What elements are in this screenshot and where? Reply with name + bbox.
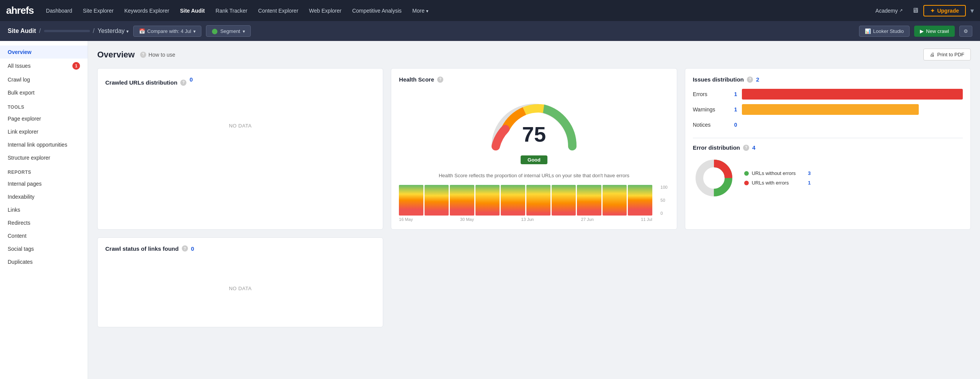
date-range-chevron-icon	[126, 28, 129, 34]
nav-dashboard[interactable]: Dashboard	[41, 5, 77, 16]
looker-studio-button[interactable]: 📊 Looker Studio	[859, 26, 910, 37]
sidebar: Overview All Issues 1 Crawl log Bulk exp…	[0, 41, 88, 379]
compare-with-button[interactable]: 📅 Compare with: 4 Jul	[133, 26, 202, 37]
breadcrumb-site-audit[interactable]: Site Audit	[8, 28, 36, 34]
sidebar-item-all-issues[interactable]: All Issues 1	[0, 59, 88, 73]
crawl-status-count[interactable]: 0	[191, 245, 194, 252]
sidebar-item-internal-link-opp[interactable]: Internal link opportunities	[0, 138, 88, 151]
health-score-description: Health Score reflects the proportion of …	[399, 172, 669, 180]
tools-section-header: Tools	[0, 99, 88, 112]
crawled-urls-card: Crawled URLs distribution ? 0 NO DATA	[97, 68, 383, 230]
sidebar-item-page-explorer[interactable]: Page explorer	[0, 112, 88, 125]
main-content: Overview ? How to use 🖨 Print to PDF Cra…	[88, 41, 980, 379]
sidebar-item-link-explorer[interactable]: Link explorer	[0, 125, 88, 138]
crawled-urls-help-icon[interactable]: ?	[180, 80, 186, 86]
with-errors-count[interactable]: 1	[799, 180, 811, 186]
no-errors-dot	[744, 171, 749, 176]
breadcrumb-project[interactable]	[44, 30, 90, 32]
page-header: Overview ? How to use 🖨 Print to PDF	[97, 49, 971, 60]
sidebar-item-social-tags[interactable]: Social tags	[0, 242, 88, 255]
date-range-selector[interactable]: Yesterday	[98, 28, 129, 34]
sidebar-item-bulk-export[interactable]: Bulk export	[0, 86, 88, 99]
donut-legend: URLs without errors 3 URLs with errors 1	[744, 170, 811, 186]
donut-chart	[693, 157, 735, 199]
health-score-card: Health Score ?	[391, 68, 677, 230]
sidebar-item-indexability[interactable]: Indexability	[0, 190, 88, 203]
sidebar-item-duplicates[interactable]: Duplicates	[0, 255, 88, 268]
sidebar-item-links[interactable]: Links	[0, 203, 88, 216]
settings-button[interactable]: ⚙	[959, 26, 972, 37]
nav-keywords-explorer[interactable]: Keywords Explorer	[120, 5, 174, 16]
account-chevron-icon[interactable]: ▾	[970, 7, 974, 15]
errors-bar	[742, 89, 963, 100]
health-score-help-icon[interactable]: ?	[437, 77, 443, 83]
crawl-status-title: Crawl status of links found ? 0	[105, 245, 375, 252]
issues-distribution-count[interactable]: 2	[756, 76, 759, 83]
page-title-area: Overview ? How to use	[97, 50, 175, 60]
notices-bar-container	[742, 119, 963, 130]
timeline-bar-6	[526, 185, 550, 216]
segment-chevron-icon	[243, 28, 245, 34]
upgrade-button[interactable]: ✦ Upgrade	[923, 5, 966, 16]
notices-count[interactable]: 0	[728, 122, 737, 128]
crawled-urls-no-data: NO DATA	[105, 95, 375, 156]
new-crawl-button[interactable]: ▶ New crawl	[914, 26, 955, 37]
how-to-use-button[interactable]: ? How to use	[140, 52, 175, 58]
top-navigation: ahrefs Dashboard Site Explorer Keywords …	[0, 0, 980, 21]
sidebar-item-content[interactable]: Content	[0, 229, 88, 242]
sidebar-item-internal-pages[interactable]: Internal pages	[0, 177, 88, 190]
errors-count[interactable]: 1	[728, 91, 737, 97]
nav-competitive-analysis[interactable]: Competitive Analysis	[348, 5, 406, 16]
print-icon: 🖨	[930, 52, 935, 57]
plus-icon: ✦	[930, 8, 935, 14]
warnings-bar	[742, 104, 919, 115]
error-distribution-count[interactable]: 4	[752, 144, 755, 151]
nav-site-explorer[interactable]: Site Explorer	[78, 5, 118, 16]
nav-right-area: Academy ↗ 🖥 ✦ Upgrade ▾	[871, 5, 974, 16]
errors-row: Errors 1	[693, 89, 963, 100]
academy-button[interactable]: Academy ↗	[871, 5, 907, 16]
notices-label: Notices	[693, 122, 724, 128]
timeline-bar-5	[501, 185, 525, 216]
nav-site-audit[interactable]: Site Audit	[175, 5, 209, 16]
issues-distribution-card: Issues distribution ? 2 Errors 1 Warning…	[685, 68, 971, 230]
sidebar-item-overview[interactable]: Overview	[0, 46, 88, 59]
error-distribution-help-icon[interactable]: ?	[743, 145, 749, 151]
settings-icon: ⚙	[964, 28, 968, 34]
ahrefs-logo[interactable]: ahrefs	[6, 5, 34, 16]
health-score-badge: Good	[521, 155, 547, 164]
more-chevron-icon	[426, 8, 428, 14]
nav-content-explorer[interactable]: Content Explorer	[253, 5, 303, 16]
sidebar-item-redirects[interactable]: Redirects	[0, 216, 88, 229]
crawl-status-help-icon[interactable]: ?	[182, 245, 188, 252]
secondary-navigation: Site Audit / / Yesterday 📅 Compare with:…	[0, 21, 980, 41]
gauge-svg: 75	[484, 93, 584, 154]
crawled-urls-count[interactable]: 0	[189, 76, 193, 83]
timeline-y-labels: 100 50 0	[660, 185, 667, 216]
print-to-pdf-button[interactable]: 🖨 Print to PDF	[923, 49, 971, 60]
warnings-count[interactable]: 1	[728, 106, 737, 113]
segment-button[interactable]: ⬤ Segment	[206, 25, 250, 37]
how-to-use-icon: ?	[140, 52, 146, 58]
crawled-urls-title: Crawled URLs distribution ? 0	[105, 76, 375, 89]
external-link-icon: ↗	[899, 8, 903, 13]
breadcrumb-sep1: /	[39, 28, 41, 34]
looker-icon: 📊	[865, 28, 871, 34]
issues-distribution-help-icon[interactable]: ?	[747, 77, 753, 83]
with-errors-dot	[744, 181, 749, 185]
health-score-title: Health Score ?	[399, 76, 669, 83]
nav-rank-tracker[interactable]: Rank Tracker	[211, 5, 252, 16]
timeline-bar-8	[577, 185, 601, 216]
error-distribution-title: Error distribution ? 4	[693, 144, 963, 151]
nav-more[interactable]: More	[408, 5, 433, 16]
monitor-icon[interactable]: 🖥	[912, 7, 919, 15]
timeline-bar-7	[552, 185, 576, 216]
donut-container: URLs without errors 3 URLs with errors 1	[693, 157, 963, 199]
errors-bar-container	[742, 89, 963, 100]
content-layout: Overview All Issues 1 Crawl log Bulk exp…	[0, 41, 980, 379]
sidebar-item-structure-explorer[interactable]: Structure explorer	[0, 151, 88, 164]
calendar-icon: 📅	[139, 28, 145, 34]
no-errors-count[interactable]: 3	[799, 170, 811, 176]
sidebar-item-crawl-log[interactable]: Crawl log	[0, 73, 88, 86]
nav-web-explorer[interactable]: Web Explorer	[304, 5, 346, 16]
